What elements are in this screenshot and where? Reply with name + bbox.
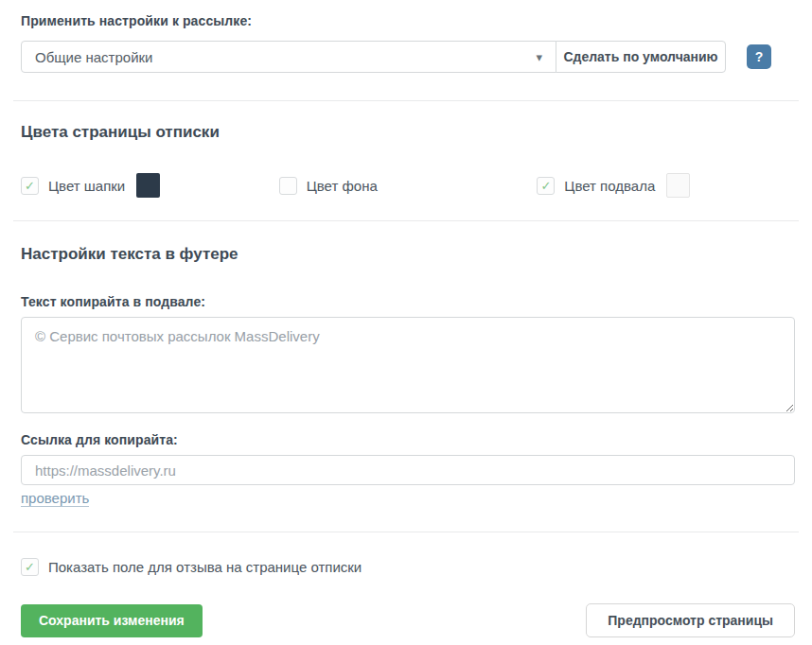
apply-settings-label: Применить настройки к рассылке: [21, 13, 795, 28]
make-default-button[interactable]: Сделать по умолчанию [556, 41, 726, 73]
copyright-link-input[interactable] [21, 455, 795, 485]
header-color-checkbox[interactable]: ✓ Цвет шапки [21, 177, 125, 195]
feedback-checkbox[interactable]: ✓ Показать поле для отзыва на странице о… [21, 558, 795, 576]
copyright-link-label: Ссылка для копирайта: [21, 432, 795, 447]
checkbox-label: Показать поле для отзыва на странице отп… [48, 559, 362, 575]
help-icon[interactable]: ? [747, 44, 771, 69]
header-color-col: ✓ Цвет шапки [21, 173, 279, 198]
divider [13, 100, 799, 101]
color-checkboxes-row: ✓ Цвет шапки ✓ Цвет фона ✓ Цвет подвала [21, 173, 795, 198]
copyright-text-label: Текст копирайта в подвале: [21, 294, 795, 309]
footer-text-section-title: Настройки текста в футере [21, 245, 795, 264]
check-icon: ✓ [540, 180, 551, 192]
preview-page-button[interactable]: Предпросмотр страницы [586, 603, 795, 637]
actions-row: Сохранить изменения Предпросмотр страниц… [21, 603, 795, 637]
checkbox-icon: ✓ [21, 177, 39, 195]
check-icon: ✓ [25, 180, 35, 192]
settings-select[interactable]: Общие настройки ▾ [21, 41, 556, 73]
footer-color-checkbox[interactable]: ✓ Цвет подвала [537, 177, 655, 195]
footer-color-swatch[interactable] [666, 173, 690, 198]
apply-settings-row: Общие настройки ▾ Сделать по умолчанию ? [21, 41, 795, 73]
check-icon: ✓ [25, 561, 35, 573]
feedback-row: ✓ Показать поле для отзыва на странице о… [21, 558, 795, 576]
checkbox-icon: ✓ [21, 558, 39, 576]
checkbox-label: Цвет шапки [48, 178, 125, 194]
divider [13, 532, 799, 532]
divider [13, 220, 799, 221]
check-link[interactable]: проверить [21, 490, 89, 507]
chevron-down-icon: ▾ [536, 51, 542, 63]
save-button[interactable]: Сохранить изменения [21, 604, 203, 637]
header-color-swatch[interactable] [136, 173, 160, 198]
copyright-text-area[interactable]: © Сервис почтовых рассылок MassDelivery [21, 317, 795, 413]
colors-section-title: Цвета страницы отписки [21, 123, 795, 142]
settings-page: Применить настройки к рассылке: Общие на… [0, 0, 812, 645]
checkbox-label: Цвет подвала [564, 178, 655, 194]
checkbox-icon: ✓ [279, 177, 297, 195]
checkbox-icon: ✓ [537, 177, 555, 195]
settings-select-value: Общие настройки [35, 49, 153, 65]
background-color-col: ✓ Цвет фона [279, 173, 538, 198]
checkbox-label: Цвет фона [307, 178, 378, 194]
footer-color-col: ✓ Цвет подвала [537, 173, 795, 198]
background-color-checkbox[interactable]: ✓ Цвет фона [279, 177, 378, 195]
